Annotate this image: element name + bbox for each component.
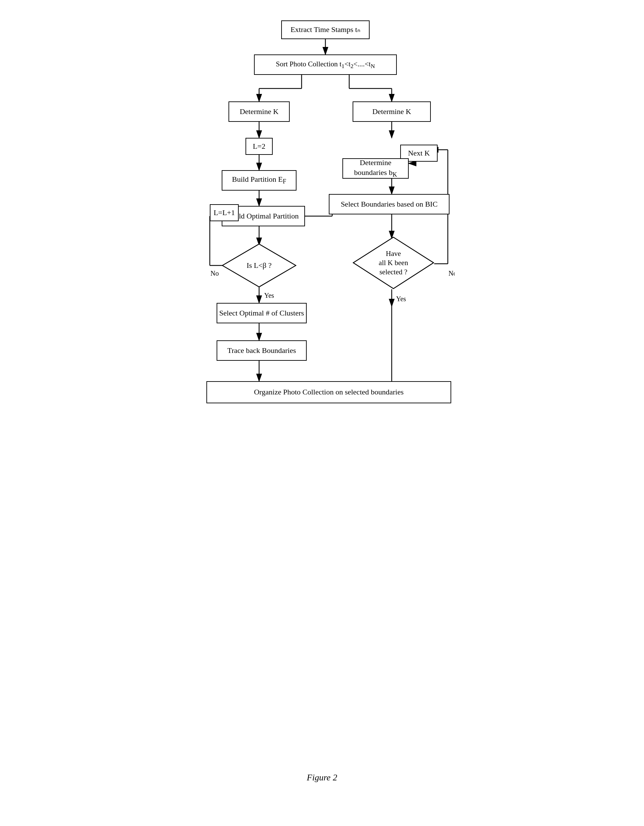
svg-text:Yes: Yes [264, 292, 274, 299]
determine-k-left-box: Determine K [229, 101, 290, 122]
have-all-k-diamond: Haveall K beenselected ? [353, 236, 434, 289]
sort-box: Sort Photo Collection t1<t2<....<tN [254, 54, 397, 75]
trace-back-box: Trace back Boundaries [217, 340, 307, 361]
svg-text:Yes: Yes [396, 295, 406, 303]
select-bic-box: Select Boundaries based on BIC [329, 194, 449, 214]
l2-box: L=2 [246, 138, 273, 155]
determine-k-right-box: Determine K [353, 101, 431, 122]
extract-box: Extract Time Stamps tₙ [281, 20, 370, 39]
determine-bk-box: Determine boundaries bK [342, 158, 409, 179]
figure-caption: Figure 2 [196, 773, 448, 783]
select-optimal-box: Select Optimal # of Clusters [217, 303, 307, 323]
page-container: Yes No Yes [189, 7, 455, 796]
build-ef-box: Build Partition EF [222, 170, 297, 191]
l-plus-one-box: L=L+1 [210, 204, 239, 221]
organize-box: Organize Photo Collection on selected bo… [206, 381, 451, 403]
flowchart: Yes No Yes [196, 17, 455, 766]
is-l-beta-diamond: Is L<β ? [222, 243, 297, 287]
svg-text:No: No [211, 270, 218, 277]
svg-text:No: No [449, 270, 455, 277]
